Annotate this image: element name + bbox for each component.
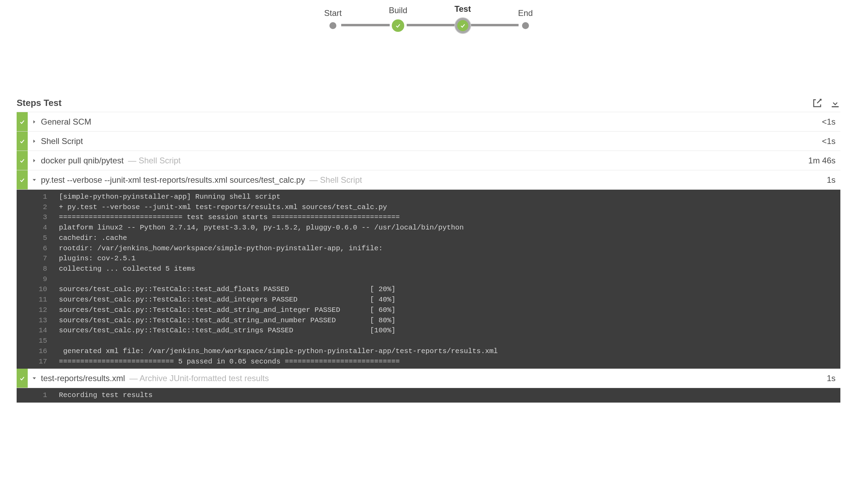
line-number: 9: [17, 274, 59, 285]
console-line: 1[simple-python-pyinstaller-app] Running…: [17, 192, 840, 202]
console-output: 1[simple-python-pyinstaller-app] Running…: [17, 190, 840, 369]
pipeline-progress: Start Build Test End: [17, 0, 840, 96]
check-icon: [17, 151, 28, 170]
stage-build[interactable]: Build: [389, 6, 407, 32]
console-line: 3============================= test sess…: [17, 212, 840, 223]
console-line: 13sources/test_calc.py::TestCalc::test_a…: [17, 315, 840, 326]
step-row[interactable]: Shell Script <1s: [17, 132, 840, 151]
console-line: 2+ py.test --verbose --junit-xml test-re…: [17, 202, 840, 213]
line-number: 1: [17, 192, 59, 202]
stage-label: End: [518, 8, 533, 18]
line-number: 14: [17, 325, 59, 336]
svg-rect-0: [832, 106, 839, 107]
console-line: 17=========================== 5 passed i…: [17, 357, 840, 367]
line-number: 15: [17, 336, 59, 346]
console-text: Recording test results: [59, 390, 160, 400]
stage-end[interactable]: End: [518, 8, 533, 29]
console-text: platform linux2 -- Python 2.7.14, pytest…: [59, 223, 471, 233]
line-number: 6: [17, 243, 59, 254]
console-text: sources/test_calc.py::TestCalc::test_add…: [59, 315, 403, 326]
pipeline-track: Start Build Test End: [324, 4, 533, 33]
open-external-icon[interactable]: [812, 98, 822, 108]
console-text: cachedir: .cache: [59, 233, 134, 243]
steps-list: General SCM <1s Shell Script <1s docker …: [17, 112, 840, 403]
steps-actions: [812, 98, 840, 108]
console-line: 8collecting ... collected 5 items: [17, 264, 840, 274]
console-line: 10sources/test_calc.py::TestCalc::test_a…: [17, 284, 840, 295]
console-line: 16 generated xml file: /var/jenkins_home…: [17, 346, 840, 357]
step-row[interactable]: General SCM <1s: [17, 112, 840, 132]
step-title: General SCM: [41, 113, 822, 131]
line-number: 5: [17, 233, 59, 243]
line-number: 16: [17, 346, 59, 357]
step-row[interactable]: py.test --verbose --junit-xml test-repor…: [17, 170, 840, 190]
console-text: sources/test_calc.py::TestCalc::test_add…: [59, 325, 403, 336]
chevron-right-icon[interactable]: [28, 138, 41, 144]
stage-start[interactable]: Start: [324, 8, 342, 29]
check-icon: [17, 369, 28, 388]
console-line: 11sources/test_calc.py::TestCalc::test_a…: [17, 295, 840, 305]
console-text: plugins: cov-2.5.1: [59, 253, 142, 264]
step-duration: <1s: [822, 117, 840, 127]
step-duration: 1m 46s: [808, 156, 840, 165]
line-number: 3: [17, 212, 59, 223]
step-title-text: py.test --verbose --junit-xml test-repor…: [41, 175, 305, 184]
console-text: [59, 274, 66, 285]
chevron-right-icon[interactable]: [28, 119, 41, 125]
check-icon: [455, 18, 470, 33]
step-title: py.test --verbose --junit-xml test-repor…: [41, 171, 827, 189]
console-line: 9: [17, 274, 840, 285]
console-text: ============================= test sessi…: [59, 212, 407, 223]
stage-label: Test: [454, 4, 471, 14]
console-text: + py.test --verbose --junit-xml test-rep…: [59, 202, 394, 213]
connector: [470, 24, 519, 26]
console-text: generated xml file: /var/jenkins_home/wo…: [59, 346, 509, 357]
console-text: sources/test_calc.py::TestCalc::test_add…: [59, 305, 403, 315]
download-icon[interactable]: [830, 98, 840, 108]
console-text: [59, 336, 66, 346]
chevron-down-icon[interactable]: [28, 177, 41, 183]
console-text: collecting ... collected 5 items: [59, 264, 202, 274]
step-subtitle: — Shell Script: [128, 156, 180, 165]
console-line: 6rootdir: /var/jenkins_home/workspace/si…: [17, 243, 840, 254]
console-line: 5cachedir: .cache: [17, 233, 840, 243]
step-duration: <1s: [822, 136, 840, 146]
connector: [341, 24, 390, 26]
step-title-text: docker pull qnib/pytest: [41, 156, 124, 165]
step-subtitle: — Shell Script: [309, 175, 362, 184]
console-line: 7plugins: cov-2.5.1: [17, 253, 840, 264]
chevron-down-icon[interactable]: [28, 376, 41, 381]
chevron-right-icon[interactable]: [28, 158, 41, 163]
console-line: 4platform linux2 -- Python 2.7.14, pytes…: [17, 223, 840, 233]
step-title: Shell Script: [41, 132, 822, 150]
step-title-text: test-reports/results.xml: [41, 374, 125, 383]
step-duration: 1s: [827, 175, 840, 185]
step-row[interactable]: docker pull qnib/pytest — Shell Script 1…: [17, 151, 840, 170]
stage-dot-icon: [329, 22, 336, 29]
line-number: 11: [17, 295, 59, 305]
console-text: sources/test_calc.py::TestCalc::test_add…: [59, 284, 403, 295]
console-text: rootdir: /var/jenkins_home/workspace/sim…: [59, 243, 390, 254]
step-title: test-reports/results.xml — Archive JUnit…: [41, 369, 827, 387]
check-icon: [17, 170, 28, 189]
step-title: docker pull qnib/pytest — Shell Script: [41, 152, 808, 170]
console-text: [simple-python-pyinstaller-app] Running …: [59, 192, 288, 202]
step-row[interactable]: test-reports/results.xml — Archive JUnit…: [17, 369, 840, 388]
step-subtitle: — Archive JUnit-formatted test results: [129, 374, 269, 383]
line-number: 7: [17, 253, 59, 264]
line-number: 2: [17, 202, 59, 213]
step-title-text: General SCM: [41, 117, 91, 126]
check-icon: [17, 132, 28, 151]
stage-label: Start: [324, 8, 342, 18]
stage-dot-icon: [522, 22, 529, 29]
console-line: 12sources/test_calc.py::TestCalc::test_a…: [17, 305, 840, 315]
console-line: 1Recording test results: [17, 390, 840, 400]
line-number: 8: [17, 264, 59, 274]
steps-header: Steps Test: [17, 96, 840, 112]
steps-title: Steps Test: [17, 98, 62, 108]
console-text: =========================== 5 passed in …: [59, 357, 407, 367]
stage-label: Build: [389, 6, 407, 15]
stage-test[interactable]: Test: [454, 4, 471, 33]
step-title-text: Shell Script: [41, 136, 83, 146]
line-number: 1: [17, 390, 59, 400]
